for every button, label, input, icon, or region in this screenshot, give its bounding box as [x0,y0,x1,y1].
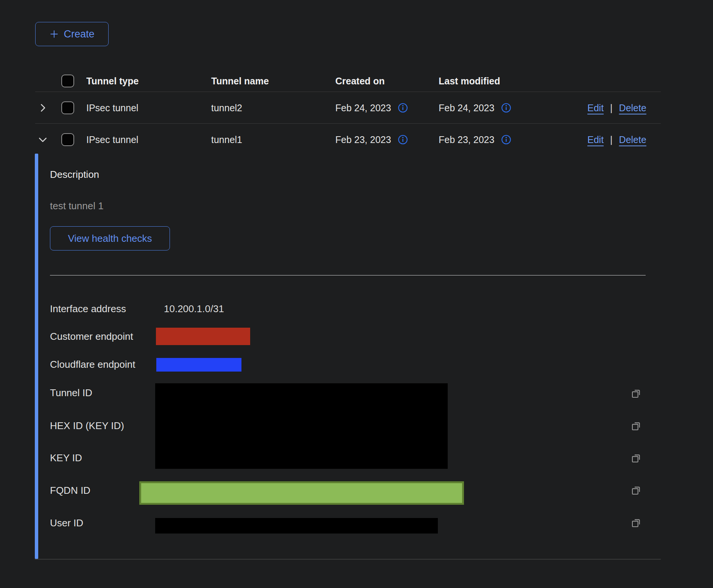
cloudflare-endpoint-redaction [156,358,241,372]
copy-icon [630,420,642,432]
info-icon[interactable] [398,103,408,113]
cloudflare-endpoint-label: Cloudflare endpoint [50,358,135,370]
ipsec-tunnels-screen: Create Tunnel type Tunnel name Created o… [0,0,713,588]
tunnel-name-cell: tunnel1 [211,134,242,145]
section-divider [50,275,646,275]
table-header: Tunnel type Tunnel name Created on Last … [35,70,661,92]
hex-id-label: HEX ID (KEY ID) [50,420,124,432]
view-health-checks-label: View health checks [68,233,152,244]
fqdn-id-label: FQDN ID [50,484,90,496]
copy-key-id-button[interactable] [630,452,643,465]
key-id-label: KEY ID [50,452,82,464]
copy-fqdn-id-button[interactable] [630,484,643,497]
fqdn-id-redaction [139,481,464,505]
column-header-created-on: Created on [335,75,385,86]
create-button-label: Create [64,28,94,40]
select-all-checkbox[interactable] [61,75,74,87]
row-actions: Edit | Delete [587,134,646,145]
created-on-value: Feb 23, 2023 [335,134,391,145]
copy-user-id-button[interactable] [630,516,643,529]
row-actions: Edit | Delete [587,102,646,113]
copy-icon [630,517,642,529]
table-row-tunnel1: IPsec tunnel tunnel1 Feb 23, 2023 Feb 23… [35,124,661,155]
copy-icon [630,452,642,464]
delete-link[interactable]: Delete [619,102,646,113]
row-checkbox-tunnel2[interactable] [61,101,74,114]
link-separator: | [610,102,613,113]
tunnel-type-cell: IPsec tunnel [86,134,139,145]
column-header-last-modified: Last modified [439,75,500,86]
table-row-tunnel2: IPsec tunnel tunnel2 Feb 24, 2023 Feb 24… [35,92,661,124]
create-button[interactable]: Create [35,22,109,46]
interface-address-label: Interface address [50,303,126,315]
chevron-right-icon[interactable] [36,101,50,115]
description-label: Description [50,168,99,180]
last-modified-value: Feb 23, 2023 [439,134,494,145]
user-id-redaction [155,518,438,534]
user-id-label: User ID [50,517,83,529]
copy-icon [630,387,642,400]
copy-tunnel-id-button[interactable] [630,387,643,400]
delete-link[interactable]: Delete [619,134,646,145]
expanded-row-accent-bar [35,154,38,559]
tunnel-id-label: Tunnel ID [50,387,92,399]
info-icon[interactable] [501,103,511,113]
created-on-cell: Feb 24, 2023 [335,102,408,113]
chevron-down-icon[interactable] [36,133,50,146]
table-bottom-divider [35,559,661,560]
tunnel-type-cell: IPsec tunnel [86,102,139,113]
column-header-tunnel-name: Tunnel name [211,75,269,86]
info-icon[interactable] [501,134,511,145]
edit-link[interactable]: Edit [587,134,604,145]
interface-address-value: 10.200.1.0/31 [164,303,224,315]
row-checkbox-tunnel1[interactable] [61,133,74,146]
edit-link[interactable]: Edit [587,102,604,113]
plus-icon [49,29,59,39]
copy-hex-id-button[interactable] [630,420,643,432]
created-on-cell: Feb 23, 2023 [335,134,408,145]
ids-redaction-block [155,383,448,469]
copy-icon [630,484,642,496]
last-modified-cell: Feb 23, 2023 [439,134,511,145]
link-separator: | [610,134,613,145]
last-modified-value: Feb 24, 2023 [439,102,494,113]
view-health-checks-button[interactable]: View health checks [50,226,170,250]
info-icon[interactable] [398,134,408,145]
customer-endpoint-redaction [156,328,250,345]
description-text: test tunnel 1 [50,200,104,212]
created-on-value: Feb 24, 2023 [335,102,391,113]
tunnel-name-cell: tunnel2 [211,102,242,113]
customer-endpoint-label: Customer endpoint [50,330,133,342]
last-modified-cell: Feb 24, 2023 [439,102,511,113]
column-header-tunnel-type: Tunnel type [86,75,139,86]
